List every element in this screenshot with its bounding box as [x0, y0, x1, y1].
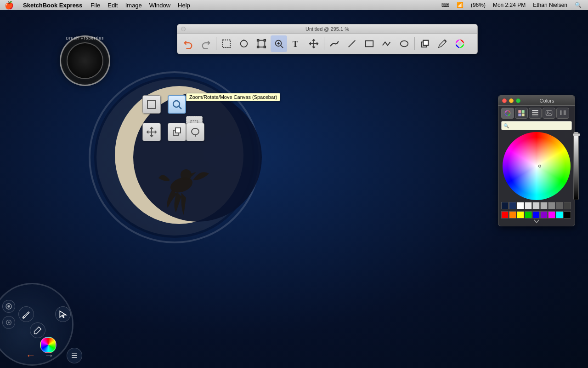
colors-title: Colors — [540, 98, 554, 104]
swatch-4[interactable] — [532, 202, 540, 209]
zigzag-button[interactable] — [379, 35, 395, 52]
apple-menu[interactable]: 🍎 — [0, 1, 18, 10]
tool-lasso-icon[interactable] — [186, 123, 204, 141]
menu-window[interactable]: Window — [146, 2, 174, 9]
ellipse-button[interactable] — [396, 35, 413, 52]
search-icon: 🔍 — [502, 122, 511, 129]
svg-rect-16 — [366, 41, 373, 47]
color-wheel-container[interactable] — [503, 132, 571, 200]
svg-rect-4 — [257, 40, 259, 41]
brightness-slider[interactable] — [573, 132, 579, 200]
tool-move-icon[interactable] — [142, 123, 161, 141]
swatch-3[interactable] — [525, 202, 532, 209]
tab-swatches[interactable] — [515, 108, 528, 119]
color-wheel-button[interactable] — [452, 35, 468, 52]
battery-status: (96%) — [469, 2, 487, 8]
svg-rect-52 — [518, 110, 521, 113]
menu-file[interactable]: File — [87, 2, 104, 9]
tool-copy-icon[interactable] — [168, 123, 186, 141]
pen-button[interactable] — [434, 35, 451, 52]
svg-rect-53 — [522, 110, 525, 113]
svg-line-34 — [179, 106, 181, 109]
brightness-handle[interactable] — [573, 133, 580, 136]
color-selector-dot — [538, 165, 541, 167]
rectangle-button[interactable] — [361, 35, 378, 52]
brush-stroke-button[interactable] — [326, 35, 343, 52]
svg-rect-54 — [518, 114, 521, 116]
swatch-y[interactable] — [517, 211, 524, 218]
svg-rect-5 — [264, 40, 266, 41]
tool-circle-2[interactable] — [2, 316, 15, 329]
layers-button[interactable] — [67, 348, 82, 363]
undo-button[interactable] — [180, 35, 197, 52]
swatch-b[interactable] — [532, 211, 540, 218]
svg-rect-19 — [423, 40, 428, 46]
svg-point-33 — [173, 101, 180, 107]
app-name[interactable]: SketchBook Express — [18, 2, 87, 9]
tool-rect-icon[interactable] — [142, 95, 161, 114]
swatch-m[interactable] — [548, 211, 555, 218]
tab-photo[interactable] — [543, 108, 555, 119]
tool-circle-1[interactable] — [2, 300, 15, 313]
color-wheel[interactable] — [503, 132, 571, 200]
svg-point-47 — [8, 322, 10, 323]
wifi-icon: 📶 — [455, 2, 465, 8]
text-button[interactable]: T — [288, 35, 305, 52]
redo-button[interactable] — [198, 35, 214, 52]
move-button[interactable] — [305, 35, 322, 52]
swatch-r[interactable] — [501, 211, 509, 218]
swatch-1[interactable] — [509, 202, 516, 209]
swatch-p[interactable] — [540, 211, 548, 218]
menu-image[interactable]: Image — [122, 2, 146, 9]
line-button[interactable] — [344, 35, 360, 52]
lasso-button[interactable] — [236, 35, 252, 52]
transform-button[interactable] — [253, 35, 270, 52]
close-dot[interactable] — [181, 27, 186, 31]
menu-help[interactable]: Help — [174, 2, 194, 9]
zoom-button[interactable] — [271, 35, 287, 52]
swatch-8[interactable] — [564, 202, 571, 209]
swatch-c[interactable] — [556, 211, 563, 218]
tab-colorwheel[interactable] — [501, 108, 514, 119]
color-search-input[interactable] — [511, 121, 571, 130]
swatch-blk[interactable] — [564, 211, 571, 218]
selection-tool-button[interactable] — [55, 306, 71, 322]
svg-rect-39 — [175, 128, 181, 133]
search-icon[interactable]: 🔍 — [573, 2, 583, 8]
redo-bottom-button[interactable]: → — [41, 348, 57, 363]
svg-rect-60 — [546, 111, 552, 116]
tool-zoom-icon[interactable] — [168, 95, 186, 114]
canvas-area[interactable]: Untitled @ 295.1 % — [0, 10, 588, 368]
bluetooth-icon: ⌨ — [440, 2, 451, 8]
swatch-7[interactable] — [556, 202, 563, 209]
svg-point-41 — [192, 128, 199, 135]
pencil-tool-button[interactable] — [30, 322, 45, 338]
copy-layer-button[interactable] — [417, 35, 433, 52]
tab-pencils[interactable] — [556, 108, 569, 119]
rect-select-button[interactable] — [218, 35, 235, 52]
swatch-2[interactable] — [517, 202, 524, 209]
close-button[interactable] — [502, 98, 507, 103]
undo-bottom-button[interactable]: ← — [23, 348, 39, 363]
svg-line-15 — [349, 40, 356, 47]
menu-edit[interactable]: Edit — [104, 2, 121, 9]
swatch-6[interactable] — [548, 202, 555, 209]
swatch-o[interactable] — [509, 211, 516, 218]
svg-rect-59 — [532, 115, 538, 116]
color-swatches — [501, 202, 572, 209]
maximize-button[interactable] — [516, 98, 520, 103]
swatch-5[interactable] — [540, 202, 548, 209]
svg-text:T: T — [293, 40, 298, 49]
swatch-expand[interactable] — [498, 219, 575, 223]
minimize-button[interactable] — [509, 98, 514, 103]
clock: Mon 2:24 PM — [491, 2, 527, 8]
toolbar-window: Untitled @ 295.1 % — [177, 24, 478, 54]
color-search[interactable]: 🔍 — [501, 121, 572, 130]
tab-palette[interactable] — [529, 108, 542, 119]
swatch-g[interactable] — [525, 211, 532, 218]
svg-point-45 — [7, 305, 10, 307]
color-wheel-overlay — [503, 132, 571, 200]
svg-rect-55 — [522, 114, 525, 116]
brush-tool-button[interactable] — [18, 306, 34, 322]
swatch-0[interactable] — [501, 202, 509, 209]
